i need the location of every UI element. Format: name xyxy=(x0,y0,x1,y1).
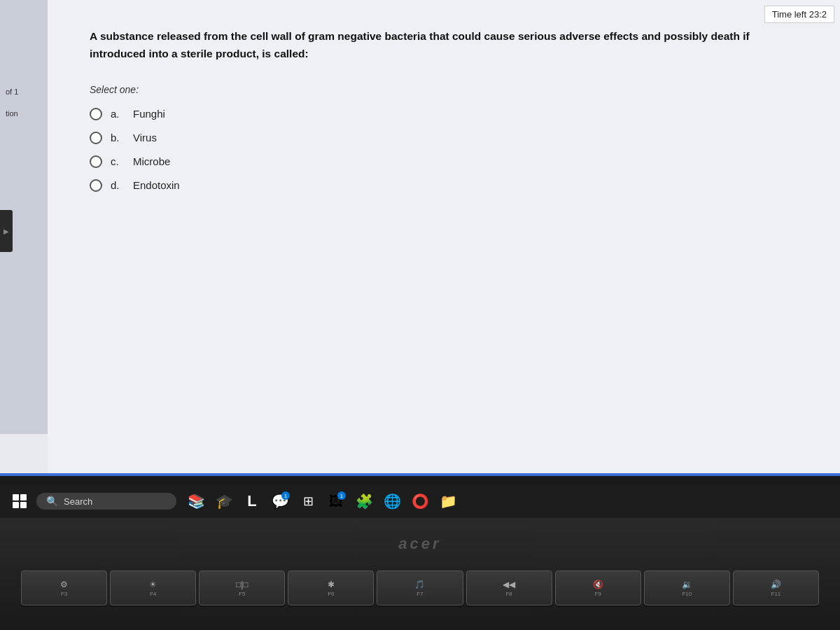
f7-icon: 🎵 xyxy=(414,580,425,589)
f6-icon: ✱ xyxy=(328,580,335,589)
f11-label: F11 xyxy=(771,591,781,597)
key-f11[interactable]: 🔊 F11 xyxy=(733,570,819,606)
left-arrow-icon: ▶ xyxy=(4,227,9,235)
key-f8[interactable]: ◀◀ F8 xyxy=(466,570,552,606)
keyboard-row: ⚙ F3 ☀ F4 □|□ F5 ✱ F6 🎵 F7 ◀◀ F8 🔇 F9 🔉 xyxy=(0,560,840,616)
key-f5[interactable]: □|□ F5 xyxy=(199,570,285,606)
grid-taskbar-icon[interactable]: ⊞ xyxy=(295,489,321,514)
radio-d[interactable] xyxy=(90,179,102,192)
chat-badge: 1 xyxy=(281,491,290,500)
l-icon: L xyxy=(247,492,256,510)
puzzle-taskbar-icon[interactable]: 🧩 xyxy=(351,489,377,514)
folder-taskbar-icon[interactable]: 📁 xyxy=(435,489,461,514)
chrome-emoji: 🌐 xyxy=(384,493,401,510)
timer-text: Time left 23:2 xyxy=(772,9,827,20)
option-b-letter: b. xyxy=(111,132,125,144)
screen-area: of 1 tion A substance released from the … xyxy=(0,0,840,476)
key-f4[interactable]: ☀ F4 xyxy=(110,570,196,606)
select-one-label: Select one: xyxy=(90,84,798,95)
search-icon: 🔍 xyxy=(46,496,58,507)
radio-a[interactable] xyxy=(90,108,102,120)
option-c-letter: c. xyxy=(111,155,125,167)
option-c[interactable]: c. Microbe xyxy=(90,155,798,168)
option-d-text: Endotoxin xyxy=(133,179,180,191)
f5-label: F5 xyxy=(239,591,245,597)
f4-label: F4 xyxy=(150,591,156,597)
f3-icon: ⚙ xyxy=(60,580,68,589)
option-d-letter: d. xyxy=(111,179,125,191)
f9-icon: 🔇 xyxy=(593,580,603,589)
option-b[interactable]: b. Virus xyxy=(90,132,798,144)
folder-emoji: 📁 xyxy=(440,493,457,510)
options-list: a. Funghi b. Virus c. Microbe d. Endotox… xyxy=(90,108,798,192)
hat-emoji: 🎓 xyxy=(216,493,233,510)
option-a[interactable]: a. Funghi xyxy=(90,108,798,120)
bottom-divider xyxy=(0,473,840,476)
taskbar-search[interactable]: 🔍 Search xyxy=(36,493,176,510)
hat-taskbar-icon[interactable]: 🎓 xyxy=(211,489,237,514)
f10-label: F10 xyxy=(682,591,692,597)
option-d[interactable]: d. Endotoxin xyxy=(90,179,798,192)
chat-taskbar-icon[interactable]: 💬 1 xyxy=(267,489,293,514)
windows-icon xyxy=(13,494,27,508)
radio-b[interactable] xyxy=(90,132,102,144)
search-label: Search xyxy=(64,496,92,507)
acer-logo-text: acer xyxy=(398,535,441,552)
window-taskbar-icon[interactable]: L xyxy=(239,489,265,514)
f4-icon: ☀ xyxy=(149,580,157,589)
option-b-text: Virus xyxy=(133,132,157,144)
sidebar-of-label: of 1 xyxy=(0,84,24,100)
timer-display: Time left 23:2 xyxy=(764,6,834,23)
option-a-letter: a. xyxy=(111,108,125,120)
taskbar: 🔍 Search 📚 🎓 L 💬 1 ⊞ 🖼 1 🧩 xyxy=(0,484,840,518)
key-f6[interactable]: ✱ F6 xyxy=(288,570,374,606)
taskbar-pinned-icons: 📚 🎓 L 💬 1 ⊞ 🖼 1 🧩 🌐 xyxy=(183,489,461,514)
sidebar-tion-label: tion xyxy=(0,106,24,122)
f8-icon: ◀◀ xyxy=(503,580,515,589)
key-f3[interactable]: ⚙ F3 xyxy=(21,570,107,606)
keyboard-bezel: acer ⚙ F3 ☀ F4 □|□ F5 ✱ F6 🎵 F7 ◀◀ F8 🔇 xyxy=(0,518,840,630)
f8-label: F8 xyxy=(505,591,512,597)
start-button[interactable] xyxy=(7,489,32,514)
content-area: A substance released from the cell wall … xyxy=(48,0,840,476)
f9-label: F9 xyxy=(595,591,601,597)
puzzle-emoji: 🧩 xyxy=(356,493,373,510)
f10-icon: 🔉 xyxy=(682,580,692,589)
key-f10[interactable]: 🔉 F10 xyxy=(644,570,730,606)
f7-label: F7 xyxy=(416,591,423,597)
f3-label: F3 xyxy=(61,591,67,597)
acer-logo: acer xyxy=(398,535,441,553)
option-a-text: Funghi xyxy=(133,108,165,120)
question-text-main: A substance released from the cell wall … xyxy=(90,30,750,59)
photo-badge: 1 xyxy=(337,491,346,500)
option-c-text: Microbe xyxy=(133,155,170,167)
chrome-taskbar-icon[interactable]: 🌐 xyxy=(379,489,405,514)
books-taskbar-icon[interactable]: 📚 xyxy=(183,489,209,514)
f6-label: F6 xyxy=(328,591,334,597)
f5-icon: □|□ xyxy=(236,580,248,589)
photo-taskbar-icon[interactable]: 🖼 1 xyxy=(323,489,349,514)
books-emoji: 📚 xyxy=(188,493,205,510)
circle-taskbar-icon[interactable]: ⭕ xyxy=(407,489,433,514)
left-side-button[interactable]: ▶ xyxy=(0,210,13,252)
grid-emoji: ⊞ xyxy=(303,493,314,509)
question-text: A substance released from the cell wall … xyxy=(90,28,798,63)
f11-icon: 🔊 xyxy=(771,580,781,589)
key-f7[interactable]: 🎵 F7 xyxy=(377,570,463,606)
radio-c[interactable] xyxy=(90,155,102,168)
circle-emoji: ⭕ xyxy=(412,493,429,510)
key-f9[interactable]: 🔇 F9 xyxy=(555,570,641,606)
